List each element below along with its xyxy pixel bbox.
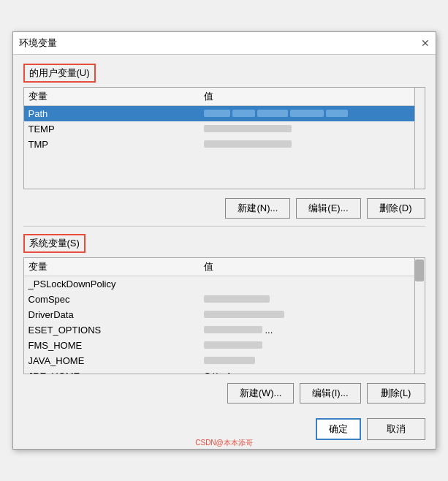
sys-var-name: ComSpec	[24, 292, 200, 307]
sys-var-name: FMS_HOME	[24, 338, 200, 353]
user-table-row[interactable]: TEMP	[24, 121, 414, 137]
user-scrollbar[interactable]	[415, 87, 425, 189]
system-variables-section: 系统变量(S) 变量 值 _PSLockDownPolicyComSpecD	[23, 234, 425, 374]
cancel-button[interactable]: 取消	[367, 418, 425, 440]
sys-var-name: ESET_OPTIONS	[24, 322, 200, 338]
sys-table-row[interactable]: FMS_HOME	[24, 338, 414, 353]
confirm-button[interactable]: 确定	[316, 418, 361, 440]
sys-scrollbar[interactable]	[415, 257, 425, 374]
user-buttons-row: 新建(N)... 编辑(E)... 删除(D)	[23, 198, 425, 219]
user-var-value	[200, 121, 414, 137]
sys-new-button[interactable]: 新建(W)...	[227, 383, 295, 404]
user-variables-header: 的用户变量(U)	[23, 64, 96, 83]
title-bar: 环境变量 ✕	[13, 32, 436, 55]
user-variables-table: 变量 值 PathTEMPTMP	[24, 88, 414, 152]
sys-col-val-header: 值	[200, 258, 414, 276]
user-edit-button[interactable]: 编辑(E)...	[296, 198, 360, 219]
sys-edit-button[interactable]: 编辑(I)...	[300, 383, 360, 404]
window-body: 的用户变量(U) 变量 值 PathTEMPTMP	[13, 55, 436, 412]
system-buttons-row: 新建(W)... 编辑(I)... 删除(L)	[23, 383, 425, 404]
sys-var-value	[200, 307, 414, 322]
system-variables-header: 系统变量(S)	[23, 234, 86, 253]
user-new-button[interactable]: 新建(N)...	[225, 198, 290, 219]
sys-scroll-thumb[interactable]	[415, 260, 424, 281]
sys-col-var-header: 变量	[24, 258, 200, 276]
user-table-row[interactable]: Path	[24, 106, 414, 122]
sys-var-value	[200, 338, 414, 353]
user-table-row[interactable]: TMP	[24, 137, 414, 152]
user-col-val-header: 值	[200, 88, 414, 106]
user-col-var-header: 变量	[24, 88, 200, 106]
user-var-name: TEMP	[24, 121, 200, 137]
system-variables-table: 变量 值 _PSLockDownPolicyComSpecDriverDataE…	[24, 258, 414, 374]
sys-table-row[interactable]: DriverData	[24, 307, 414, 322]
sys-var-name: JAVA_HOME	[24, 353, 200, 368]
sys-var-value: ...	[200, 322, 414, 338]
system-variables-table-container: 变量 值 _PSLockDownPolicyComSpecDriverDataE…	[23, 257, 425, 374]
sys-var-name: _PSLockDownPolicy	[24, 276, 200, 292]
sys-var-name: JRE_HOME	[24, 368, 200, 374]
window-title: 环境变量	[19, 37, 57, 50]
user-var-value	[200, 137, 414, 152]
sys-var-value	[200, 292, 414, 307]
sys-table-row[interactable]: _PSLockDownPolicy	[24, 276, 414, 292]
sys-var-name: DriverData	[24, 307, 200, 322]
sys-table-row[interactable]: ESET_OPTIONS ...	[24, 322, 414, 338]
sys-var-value: C:\jre1...	[200, 368, 414, 374]
user-var-value	[200, 106, 414, 122]
sys-table-row[interactable]: JRE_HOMEC:\jre1...	[24, 368, 414, 374]
sys-var-value	[200, 276, 414, 292]
environment-variables-dialog: 环境变量 ✕ 的用户变量(U) 变量 值	[12, 31, 436, 450]
user-var-name: TMP	[24, 137, 200, 152]
sys-delete-button[interactable]: 删除(L)	[367, 383, 425, 404]
user-var-name: Path	[24, 106, 200, 122]
sys-table-row[interactable]: ComSpec	[24, 292, 414, 307]
watermark: CSDN@本本添哥	[195, 438, 253, 448]
user-delete-button[interactable]: 删除(D)	[367, 198, 425, 219]
user-variables-section: 的用户变量(U) 变量 值 PathTEMPTMP	[23, 64, 425, 189]
user-variables-table-container: 变量 值 PathTEMPTMP	[23, 87, 425, 189]
sys-var-value	[200, 353, 414, 368]
separator	[23, 226, 425, 227]
sys-table-row[interactable]: JAVA_HOME	[24, 353, 414, 368]
close-button[interactable]: ✕	[421, 38, 430, 48]
